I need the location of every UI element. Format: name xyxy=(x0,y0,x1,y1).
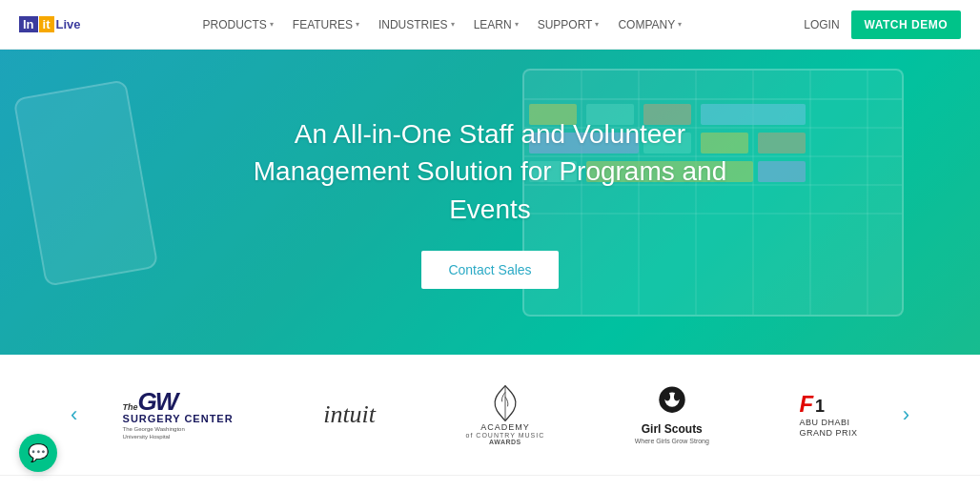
girlscouts-name: Girl Scouts xyxy=(642,423,703,436)
chevron-down-icon: ▾ xyxy=(356,20,359,29)
hero-content: An All-in-One Staff and Volunteer Manage… xyxy=(252,115,728,289)
chevron-down-icon: ▾ xyxy=(595,20,599,29)
svg-rect-18 xyxy=(758,133,806,153)
carousel-prev-button[interactable]: ‹ xyxy=(61,402,87,427)
nav-item-learn[interactable]: LEARN ▾ xyxy=(466,12,526,37)
logo-it: it xyxy=(39,16,54,32)
f1-venue: ABU DHABIGRAND PRIX xyxy=(799,418,857,439)
login-link[interactable]: LOGIN xyxy=(804,18,839,31)
chat-icon: 💬 xyxy=(28,442,49,463)
list-item: intuit xyxy=(309,381,390,448)
navbar-right: LOGIN WATCH DEMO xyxy=(804,10,961,39)
nav-link-features[interactable]: FEATURES ▾ xyxy=(285,12,367,37)
chat-button[interactable]: 💬 xyxy=(19,434,57,472)
f1-letter-f: F xyxy=(799,391,813,418)
f1-number-1: 1 xyxy=(815,397,825,417)
nav-item-products[interactable]: PRODUCTS ▾ xyxy=(194,12,280,37)
nav-link-industries[interactable]: INDUSTRIES ▾ xyxy=(371,12,462,37)
logo-carousel: ‹ The GW Surgery Center The George Washi… xyxy=(61,381,919,448)
gw-sub-text: The George Washington University Hospita… xyxy=(123,426,199,441)
nav-item-company[interactable]: COMPANY ▾ xyxy=(610,12,689,37)
list-item: The GW Surgery Center The George Washing… xyxy=(109,381,248,448)
logo[interactable]: In it Live xyxy=(19,16,81,32)
watch-demo-button[interactable]: WATCH DEMO xyxy=(851,10,961,39)
list-item: ACADEMY of COUNTRY MUSIC AWARDS xyxy=(452,381,560,448)
nav-link-company[interactable]: COMPANY ▾ xyxy=(610,12,689,37)
navbar-left: In it Live xyxy=(19,16,81,32)
chevron-down-icon: ▾ xyxy=(451,20,455,29)
gw-surgery-logo: The GW Surgery Center The George Washing… xyxy=(123,389,234,441)
chevron-down-icon: ▾ xyxy=(270,20,274,29)
svg-rect-21 xyxy=(758,161,806,182)
girlscouts-logo: Girl Scouts Where Girls Grow Strong xyxy=(635,385,709,444)
chevron-down-icon: ▾ xyxy=(678,20,682,29)
nav-item-support[interactable]: SUPPORT ▾ xyxy=(530,12,607,37)
academy-text: ACADEMY xyxy=(480,422,530,432)
logos-section: ‹ The GW Surgery Center The George Washi… xyxy=(0,355,980,476)
academy-sub: of COUNTRY MUSIC xyxy=(466,432,545,439)
logo-in: In xyxy=(19,16,38,32)
nav-link-learn[interactable]: LEARN ▾ xyxy=(466,12,526,37)
nav-item-industries[interactable]: INDUSTRIES ▾ xyxy=(371,12,462,37)
hero-title: An All-in-One Staff and Volunteer Manage… xyxy=(252,115,728,228)
list-item: Girl Scouts Where Girls Grow Strong xyxy=(621,381,724,448)
intuit-logo: intuit xyxy=(323,400,376,429)
solutions-section: InitLive Solutions Whether you are runni… xyxy=(0,476,980,491)
academy-logo: ACADEMY of COUNTRY MUSIC AWARDS xyxy=(466,384,545,445)
nav-link-support[interactable]: SUPPORT ▾ xyxy=(530,12,607,37)
girlscouts-tagline: Where Girls Grow Strong xyxy=(635,438,709,444)
navbar: In it Live PRODUCTS ▾ FEATURES ▾ INDUSTR… xyxy=(0,0,980,50)
logo-items: The GW Surgery Center The George Washing… xyxy=(87,381,892,448)
hero-section: An All-in-One Staff and Volunteer Manage… xyxy=(0,50,980,355)
list-item: F 1 ABU DHABIGRAND PRIX xyxy=(785,381,871,448)
nav-item-features[interactable]: FEATURES ▾ xyxy=(285,12,367,37)
nav-link-products[interactable]: PRODUCTS ▾ xyxy=(194,12,280,37)
nav-menu: PRODUCTS ▾ FEATURES ▾ INDUSTRIES ▾ LEARN… xyxy=(194,12,689,37)
contact-sales-button[interactable]: Contact Sales xyxy=(421,251,558,289)
chevron-down-icon: ▾ xyxy=(515,20,519,29)
f1-logo: F 1 ABU DHABIGRAND PRIX xyxy=(799,391,857,439)
academy-awards: AWARDS xyxy=(489,439,521,445)
carousel-next-button[interactable]: › xyxy=(893,402,919,427)
logo-live: Live xyxy=(56,17,81,31)
